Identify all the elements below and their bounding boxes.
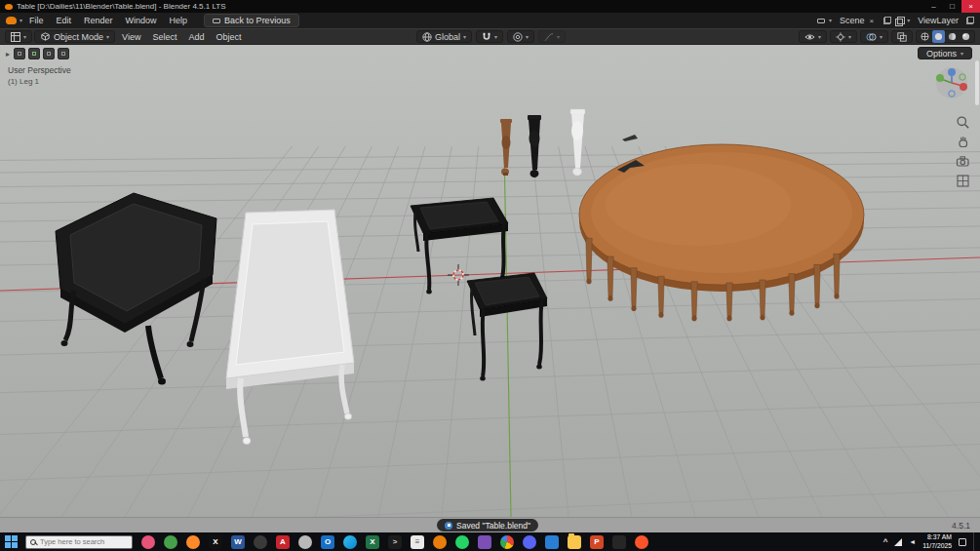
screen-icon: [213, 19, 220, 23]
shading-solid-button[interactable]: [932, 30, 945, 43]
menu-edit[interactable]: Edit: [51, 15, 78, 26]
gizmos-dropdown[interactable]: ▾: [830, 30, 857, 43]
blender-logo-icon[interactable]: [6, 17, 17, 24]
close-icon[interactable]: ×: [867, 17, 876, 25]
menu-help[interactable]: Help: [164, 15, 194, 26]
taskbar-app-chrome[interactable]: [500, 535, 514, 549]
navigation-gizmo[interactable]: [935, 66, 968, 99]
proportional-edit-toggle[interactable]: ▾: [507, 30, 534, 43]
menu-render[interactable]: Render: [78, 15, 119, 26]
taskbar-app-paint[interactable]: [141, 535, 155, 549]
taskbar-search[interactable]: [25, 535, 133, 549]
options-dropdown[interactable]: Options ▾: [918, 47, 972, 59]
mode-dropdown[interactable]: Object Mode ▾: [34, 30, 115, 43]
object-leg-white[interactable]: [570, 109, 585, 176]
taskbar-app-camera[interactable]: [298, 535, 312, 549]
chevron-down-icon: ▾: [829, 18, 832, 23]
new-viewlayer-icon[interactable]: [966, 17, 974, 24]
taskbar-app-edge[interactable]: [343, 535, 357, 549]
taskbar-app-dark2[interactable]: [612, 535, 626, 549]
tray-expand-icon[interactable]: ^: [883, 537, 888, 546]
taskbar-app-word[interactable]: W: [231, 535, 245, 549]
menu-select[interactable]: Select: [147, 31, 181, 43]
viewport-editor-icon: [11, 32, 20, 42]
screen-layout-icon[interactable]: [817, 19, 825, 23]
viewlayer-icon[interactable]: [895, 17, 903, 24]
taskbar-app-store[interactable]: [478, 535, 491, 549]
object-leg-wood[interactable]: [500, 119, 512, 176]
start-button[interactable]: [5, 535, 19, 549]
tool-icon-4[interactable]: [58, 48, 69, 59]
taskbar-app-vscode[interactable]: [545, 535, 559, 549]
new-scene-icon[interactable]: [883, 17, 891, 24]
close-button[interactable]: ×: [961, 0, 980, 13]
taskbar-app-notepad[interactable]: ≡: [411, 535, 424, 549]
taskbar-app-terminal[interactable]: >: [388, 535, 402, 549]
minimize-button[interactable]: –: [924, 0, 943, 13]
gizmo-y-axis[interactable]: [936, 74, 944, 82]
chevron-down-icon: ▾: [818, 34, 821, 40]
object-leg-black[interactable]: [528, 115, 541, 177]
tool-icon-1[interactable]: [14, 48, 25, 59]
menu-window[interactable]: Window: [120, 15, 163, 26]
taskbar-app-dark-circle[interactable]: [254, 535, 267, 549]
editor-type-button[interactable]: ▾: [5, 30, 32, 43]
window-titlebar: Table [D:\Dailies\11\Blender\Table.blend…: [0, 0, 980, 13]
zoom-icon[interactable]: [956, 115, 970, 130]
viewport-scrollbar[interactable]: [975, 60, 979, 105]
orientation-dropdown[interactable]: Global ▾: [416, 30, 472, 43]
snap-toggle[interactable]: ▾: [476, 30, 503, 43]
notification-center-icon[interactable]: [959, 538, 966, 546]
taskbar-app-firefox[interactable]: [186, 535, 200, 549]
tool-icon-3[interactable]: [43, 48, 55, 59]
tool-icon-2[interactable]: [28, 48, 40, 59]
camera-view-icon[interactable]: [956, 154, 970, 169]
proportional-edit-icon: [513, 32, 523, 42]
back-to-previous-button[interactable]: Back to Previous: [204, 14, 299, 27]
menu-file[interactable]: File: [23, 15, 50, 26]
ortho-grid-icon[interactable]: [956, 174, 970, 188]
menu-object[interactable]: Object: [211, 31, 246, 43]
gizmo-z-neg[interactable]: [949, 91, 955, 97]
tray-clock[interactable]: 8:37 AM 11/7/2025: [922, 533, 952, 550]
shading-wireframe-button[interactable]: [919, 30, 931, 43]
shading-material-button[interactable]: [946, 30, 959, 43]
toolbar-collapse-icon[interactable]: ▸: [6, 50, 10, 59]
proportional-falloff-dropdown[interactable]: ▾: [538, 30, 566, 43]
overlays-dropdown[interactable]: ▾: [860, 30, 888, 43]
visibility-dropdown[interactable]: ▾: [799, 30, 827, 43]
search-input[interactable]: [40, 537, 128, 546]
chevron-down-icon: ▾: [494, 34, 497, 40]
taskbar-app-x[interactable]: X: [209, 535, 222, 549]
shading-rendered-button[interactable]: [960, 30, 972, 43]
taskbar-app-powerpoint[interactable]: P: [590, 535, 604, 549]
taskbar-app-brave[interactable]: [635, 535, 648, 549]
object-white-table[interactable]: [226, 210, 354, 445]
taskbar-app-people[interactable]: [164, 535, 177, 549]
gizmo-z-axis[interactable]: [948, 68, 956, 76]
show-desktop-button[interactable]: [973, 532, 975, 551]
taskbar-app-excel[interactable]: X: [366, 535, 379, 549]
viewlayer-selector[interactable]: ViewLayer: [914, 15, 962, 26]
maximize-button[interactable]: □: [943, 0, 961, 13]
scene-selector[interactable]: Scene ×: [836, 15, 880, 26]
viewport-3d[interactable]: ▸ Options ▾ User Perspective (1) Leg 1: [0, 45, 980, 517]
taskbar-app-folder[interactable]: [568, 535, 581, 549]
pan-hand-icon[interactable]: [956, 135, 970, 149]
scene-canvas: [0, 45, 980, 517]
taskbar-app-discord[interactable]: [523, 535, 536, 549]
network-icon[interactable]: [894, 538, 902, 546]
volume-icon[interactable]: ◄: [909, 538, 916, 545]
taskbar-app-acrobat[interactable]: A: [276, 535, 290, 549]
xray-toggle[interactable]: [891, 30, 913, 43]
gizmo-y-neg[interactable]: [960, 74, 965, 80]
taskbar-app-icons: XWAOX>≡P: [141, 535, 648, 549]
gizmo-x-axis[interactable]: [960, 83, 967, 91]
transform-snap-group: Global ▾ ▾ ▾ ▾: [416, 30, 566, 43]
menu-add[interactable]: Add: [183, 31, 209, 43]
object-hex-table[interactable]: [56, 193, 216, 385]
menu-view[interactable]: View: [117, 31, 145, 43]
taskbar-app-whatsapp[interactable]: [455, 535, 469, 549]
taskbar-app-blender[interactable]: [433, 535, 447, 549]
taskbar-app-outlook[interactable]: O: [321, 535, 334, 549]
